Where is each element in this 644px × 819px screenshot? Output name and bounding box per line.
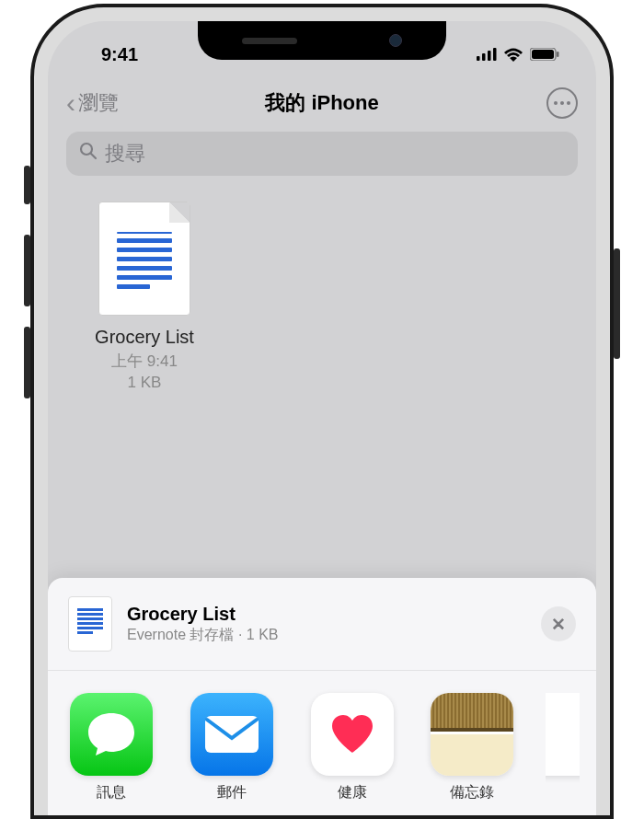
app-label: 健康 xyxy=(338,783,367,802)
share-header: Grocery List Evernote 封存檔 · 1 KB ✕ xyxy=(48,578,596,671)
mail-app-icon xyxy=(190,693,273,776)
svg-line-8 xyxy=(91,154,96,158)
back-label: 瀏覽 xyxy=(78,89,119,117)
power-button xyxy=(614,248,620,359)
file-item[interactable]: Grocery List 上午 9:41 1 KB xyxy=(75,202,213,392)
share-app-health[interactable]: 健康 xyxy=(305,693,399,802)
app-label: 郵件 xyxy=(217,783,247,802)
svg-rect-6 xyxy=(557,52,559,57)
more-options-button[interactable] xyxy=(546,87,578,119)
share-app-messages[interactable]: 訊息 xyxy=(64,693,159,802)
share-app-mail[interactable]: 郵件 xyxy=(185,693,280,802)
file-time: 上午 9:41 xyxy=(111,351,178,372)
share-file-name: Grocery List xyxy=(127,604,526,625)
back-button[interactable]: ‹ 瀏覽 xyxy=(66,89,119,117)
screen: 9:41 ‹ 瀏覽 xyxy=(48,21,596,815)
status-icons xyxy=(477,47,569,62)
app-label: 訊息 xyxy=(97,783,126,802)
phone-body: 9:41 ‹ 瀏覽 xyxy=(30,4,614,819)
files-grid: Grocery List 上午 9:41 1 KB xyxy=(48,192,596,401)
search-placeholder: 搜尋 xyxy=(105,140,145,167)
close-button[interactable]: ✕ xyxy=(541,606,576,641)
status-time: 9:41 xyxy=(75,44,138,65)
share-titles: Grocery List Evernote 封存檔 · 1 KB xyxy=(127,604,526,645)
share-file-meta: Evernote 封存檔 · 1 KB xyxy=(127,626,526,645)
share-apps-row[interactable]: 訊息 郵件 健康 xyxy=(48,671,596,815)
share-app-notes[interactable]: 備忘錄 xyxy=(425,693,520,802)
wifi-icon xyxy=(503,47,523,62)
health-app-icon xyxy=(311,693,394,776)
app-icon-partial xyxy=(546,693,580,776)
svg-rect-5 xyxy=(532,50,554,59)
device-frame: 9:41 ‹ 瀏覽 xyxy=(0,0,644,819)
share-app-more[interactable] xyxy=(546,693,580,802)
close-icon: ✕ xyxy=(551,614,566,635)
svg-rect-9 xyxy=(205,716,259,753)
ellipsis-icon xyxy=(554,101,570,105)
file-size: 1 KB xyxy=(128,374,162,392)
chevron-left-icon: ‹ xyxy=(66,92,75,114)
svg-point-7 xyxy=(81,144,92,155)
svg-rect-2 xyxy=(488,51,491,61)
navigation-bar: ‹ 瀏覽 我的 iPhone xyxy=(48,73,596,128)
messages-app-icon xyxy=(70,693,153,776)
search-input[interactable]: 搜尋 xyxy=(66,132,578,176)
share-sheet: Grocery List Evernote 封存檔 · 1 KB ✕ 訊息 xyxy=(48,578,596,815)
svg-rect-3 xyxy=(493,48,497,61)
search-icon xyxy=(79,142,98,166)
page-title: 我的 iPhone xyxy=(265,89,378,117)
cellular-signal-icon xyxy=(477,48,497,61)
app-label: 備忘錄 xyxy=(450,783,494,802)
front-camera xyxy=(389,34,402,47)
battery-icon xyxy=(530,48,559,61)
file-name: Grocery List xyxy=(95,327,194,348)
svg-rect-0 xyxy=(477,56,480,61)
notes-app-icon xyxy=(431,693,513,776)
document-thumbnail-icon xyxy=(68,596,112,652)
volume-up-button xyxy=(24,235,30,306)
volume-down-button xyxy=(24,327,30,398)
document-icon xyxy=(98,202,190,316)
notch xyxy=(198,21,446,60)
speaker xyxy=(242,38,297,44)
silence-switch xyxy=(24,166,30,204)
svg-rect-1 xyxy=(482,53,486,61)
